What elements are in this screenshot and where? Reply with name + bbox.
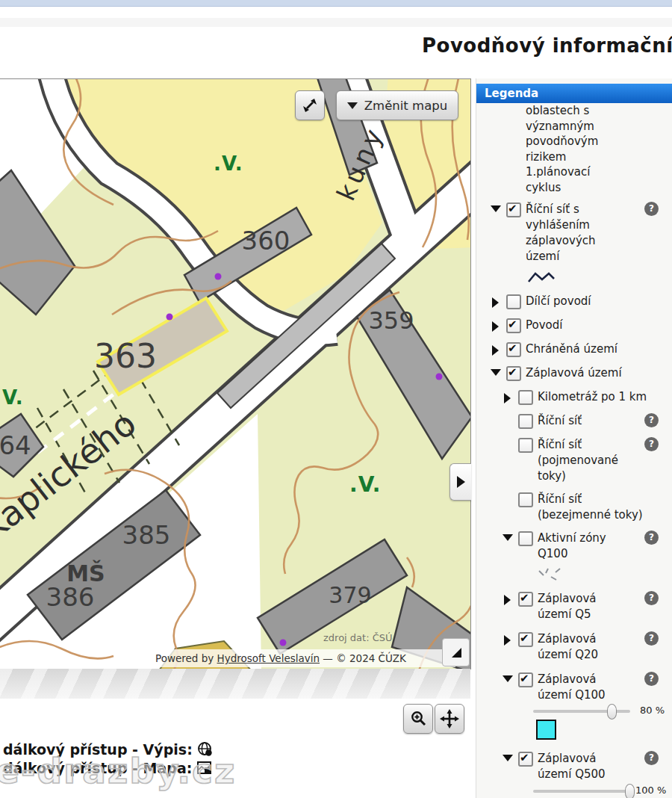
parcel-number-363: 363: [94, 337, 157, 375]
opacity-slider-track[interactable]: [533, 790, 630, 793]
map-bottom-fade: [0, 669, 470, 699]
legend-title: Legenda: [485, 87, 538, 100]
checkbox[interactable]: ✔: [506, 318, 521, 333]
river-line-symbol: [527, 270, 556, 285]
data-source-note: zdroj dat: ČSÚ: [323, 632, 393, 643]
help-icon[interactable]: ?: [644, 672, 659, 686]
pan-icon: [440, 709, 459, 729]
checkbox[interactable]: ✔: [506, 342, 521, 357]
expander-icon[interactable]: [491, 205, 501, 212]
checkbox[interactable]: [518, 492, 533, 507]
hydrosoft-link[interactable]: Hydrosoft Veleslavín: [217, 652, 320, 664]
page-title: Povodňový informační systém: [422, 34, 672, 57]
opacity-slider-track[interactable]: [533, 710, 630, 713]
checkbox[interactable]: [518, 438, 533, 453]
magnifier-icon: [409, 710, 427, 728]
vegetation-symbol: .V.: [0, 386, 24, 409]
checkbox[interactable]: [518, 390, 533, 405]
expander-icon[interactable]: [503, 675, 513, 682]
remote-access-map-row: dálkový přístup - Mapa:: [3, 760, 213, 776]
building-number-386: 386: [46, 582, 95, 612]
expander-icon[interactable]: [492, 297, 499, 308]
attribution-toggle-icon: [447, 643, 465, 661]
globe-icon[interactable]: [197, 741, 214, 758]
opacity-value: 100 %: [635, 785, 666, 796]
change-map-label: Změnit mapu: [364, 99, 447, 113]
expander-icon[interactable]: [503, 755, 513, 761]
checkbox[interactable]: [518, 531, 533, 546]
map-icon[interactable]: [196, 760, 213, 776]
remote-access-listing-row: dálkový přístup - Výpis:: [3, 741, 214, 758]
help-icon[interactable]: ?: [644, 531, 659, 545]
expander-icon[interactable]: [503, 534, 513, 541]
checkbox[interactable]: [506, 294, 521, 309]
checkbox[interactable]: ✔: [506, 202, 521, 217]
map-canvas[interactable]: .V. .V. .V. 360 359 363 385 MŠ 386 379 6…: [0, 79, 470, 669]
checkbox[interactable]: [518, 414, 533, 429]
expand-icon: [302, 97, 318, 114]
checkbox[interactable]: ✔: [518, 592, 533, 607]
building-number-64: 64: [0, 430, 31, 460]
panel-expand-button[interactable]: [449, 463, 471, 501]
chevron-down-icon: [347, 102, 358, 109]
checkbox[interactable]: ✔: [518, 752, 533, 767]
help-icon[interactable]: ?: [644, 413, 659, 427]
opacity-slider-thumb[interactable]: [625, 784, 635, 798]
checkbox[interactable]: ✔: [518, 632, 533, 647]
help-icon[interactable]: ?: [644, 202, 659, 216]
pan-button[interactable]: [435, 704, 464, 734]
help-icon[interactable]: ?: [644, 631, 659, 646]
legend-header: Legenda: [476, 84, 672, 103]
vegetation-symbol: .V.: [349, 472, 381, 497]
checkbox[interactable]: ✔: [506, 366, 521, 381]
expander-icon[interactable]: [504, 393, 511, 403]
building-number-360: 360: [242, 226, 290, 256]
help-icon[interactable]: ?: [644, 437, 659, 451]
building-number-385: 385: [122, 520, 171, 550]
help-icon[interactable]: ?: [644, 751, 659, 765]
change-map-button[interactable]: Změnit mapu: [336, 90, 458, 120]
opacity-value: 80 %: [640, 705, 665, 716]
building-number-379: 379: [329, 582, 371, 608]
opacity-slider-thumb[interactable]: [607, 704, 617, 720]
help-icon[interactable]: ?: [644, 591, 659, 605]
attribution-suffix: — © 2024 ČÚZK: [320, 652, 406, 664]
page: Povodňový informační systém: [0, 0, 672, 798]
checkbox[interactable]: ✔: [518, 672, 533, 687]
q100-color-swatch: [536, 720, 556, 740]
vegetation-symbol: .V.: [214, 152, 243, 175]
remote-access-listing-label: dálkový přístup - Výpis:: [3, 741, 193, 758]
attribution-toggle-button[interactable]: [442, 638, 470, 666]
expander-icon[interactable]: [504, 635, 511, 646]
expander-icon[interactable]: [492, 321, 499, 332]
active-zone-symbol: [536, 566, 566, 583]
map-viewport[interactable]: .V. .V. .V. 360 359 363 385 MŠ 386 379 6…: [0, 78, 471, 669]
map-attribution: Powered by Hydrosoft Veleslavín — © 2024…: [146, 649, 455, 667]
fullscreen-button[interactable]: [295, 90, 325, 120]
expander-icon[interactable]: [492, 345, 499, 356]
expander-icon[interactable]: [504, 595, 511, 605]
browser-tab-strip: [0, 0, 672, 7]
attribution-prefix: Powered by: [155, 652, 217, 664]
building-number-359: 359: [368, 306, 414, 335]
legend-panel: Legenda oblastech s významným povodňovým…: [476, 78, 672, 798]
faded-menu-bar: [0, 18, 672, 27]
remote-access-map-label: dálkový přístup - Mapa:: [3, 760, 192, 776]
panel-expand-icon: [457, 476, 465, 488]
zoom-out-button[interactable]: [403, 704, 433, 734]
expander-icon[interactable]: [491, 369, 501, 376]
